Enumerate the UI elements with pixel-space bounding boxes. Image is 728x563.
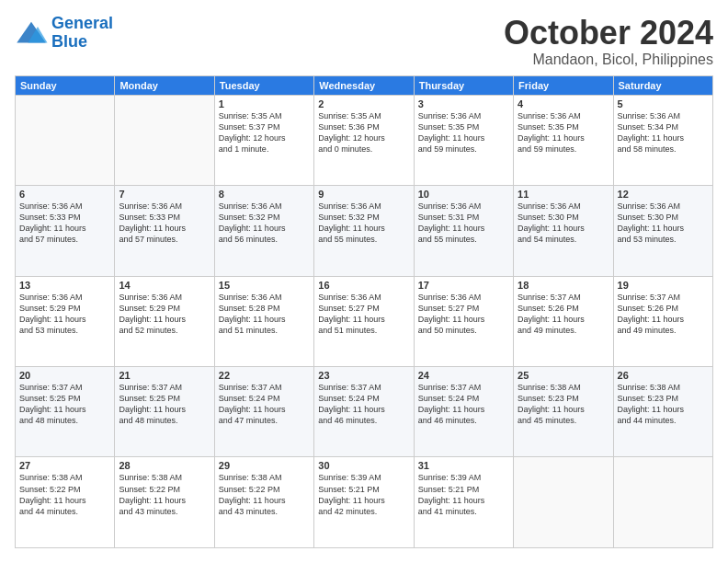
day-detail: Sunrise: 5:37 AM Sunset: 5:26 PM Dayligh… (618, 292, 709, 337)
day-number: 20 (19, 370, 110, 381)
day-number: 9 (318, 189, 409, 200)
calendar-cell: 23Sunrise: 5:37 AM Sunset: 5:24 PM Dayli… (314, 367, 414, 457)
title-block: October 2024 Mandaon, Bicol, Philippines (504, 15, 713, 68)
day-number: 16 (318, 280, 409, 291)
day-number: 7 (119, 189, 210, 200)
day-detail: Sunrise: 5:36 AM Sunset: 5:35 PM Dayligh… (418, 110, 509, 155)
day-detail: Sunrise: 5:36 AM Sunset: 5:34 PM Dayligh… (618, 110, 709, 155)
day-number: 30 (318, 460, 409, 471)
calendar-week-row: 1Sunrise: 5:35 AM Sunset: 5:37 PM Daylig… (16, 95, 713, 185)
day-number: 27 (19, 460, 110, 471)
day-number: 6 (19, 189, 110, 200)
day-detail: Sunrise: 5:39 AM Sunset: 5:21 PM Dayligh… (418, 472, 509, 517)
calendar-week-row: 6Sunrise: 5:36 AM Sunset: 5:33 PM Daylig… (16, 186, 713, 276)
day-header-friday: Friday (514, 75, 613, 95)
day-number: 31 (418, 460, 509, 471)
header: General Blue October 2024 Mandaon, Bicol… (15, 15, 713, 68)
day-number: 3 (418, 98, 509, 109)
day-detail: Sunrise: 5:35 AM Sunset: 5:36 PM Dayligh… (318, 110, 409, 155)
day-number: 24 (418, 370, 509, 381)
calendar-cell: 22Sunrise: 5:37 AM Sunset: 5:24 PM Dayli… (214, 367, 313, 457)
logo: General Blue (15, 15, 113, 52)
day-number: 22 (219, 370, 310, 381)
calendar-cell: 20Sunrise: 5:37 AM Sunset: 5:25 PM Dayli… (16, 367, 115, 457)
day-number: 2 (318, 98, 409, 109)
calendar-cell: 2Sunrise: 5:35 AM Sunset: 5:36 PM Daylig… (314, 95, 414, 185)
calendar-week-row: 27Sunrise: 5:38 AM Sunset: 5:22 PM Dayli… (16, 457, 713, 548)
day-detail: Sunrise: 5:36 AM Sunset: 5:30 PM Dayligh… (518, 201, 609, 246)
calendar-cell: 26Sunrise: 5:38 AM Sunset: 5:23 PM Dayli… (613, 367, 712, 457)
day-detail: Sunrise: 5:36 AM Sunset: 5:29 PM Dayligh… (19, 292, 110, 337)
calendar-cell: 18Sunrise: 5:37 AM Sunset: 5:26 PM Dayli… (514, 276, 613, 366)
day-number: 14 (119, 280, 210, 291)
day-number: 8 (219, 189, 310, 200)
day-detail: Sunrise: 5:36 AM Sunset: 5:35 PM Dayligh… (518, 110, 609, 155)
calendar-cell: 9Sunrise: 5:36 AM Sunset: 5:32 PM Daylig… (314, 186, 414, 276)
calendar-cell: 7Sunrise: 5:36 AM Sunset: 5:33 PM Daylig… (115, 186, 214, 276)
calendar-cell: 8Sunrise: 5:36 AM Sunset: 5:32 PM Daylig… (214, 186, 313, 276)
logo-icon (15, 20, 48, 46)
calendar-cell: 3Sunrise: 5:36 AM Sunset: 5:35 PM Daylig… (414, 95, 513, 185)
day-detail: Sunrise: 5:37 AM Sunset: 5:25 PM Dayligh… (19, 382, 110, 427)
day-number: 18 (518, 280, 609, 291)
calendar-cell: 11Sunrise: 5:36 AM Sunset: 5:30 PM Dayli… (514, 186, 613, 276)
day-number: 12 (618, 189, 709, 200)
calendar-cell: 30Sunrise: 5:39 AM Sunset: 5:21 PM Dayli… (314, 457, 414, 548)
day-detail: Sunrise: 5:36 AM Sunset: 5:32 PM Dayligh… (219, 201, 310, 246)
day-detail: Sunrise: 5:37 AM Sunset: 5:26 PM Dayligh… (518, 292, 609, 337)
day-number: 25 (518, 370, 609, 381)
logo-text: General Blue (51, 15, 113, 52)
calendar-cell: 10Sunrise: 5:36 AM Sunset: 5:31 PM Dayli… (414, 186, 513, 276)
calendar-cell: 31Sunrise: 5:39 AM Sunset: 5:21 PM Dayli… (414, 457, 513, 548)
calendar-week-row: 13Sunrise: 5:36 AM Sunset: 5:29 PM Dayli… (16, 276, 713, 366)
day-detail: Sunrise: 5:36 AM Sunset: 5:33 PM Dayligh… (19, 201, 110, 246)
day-header-monday: Monday (115, 75, 214, 95)
location-title: Mandaon, Bicol, Philippines (504, 52, 713, 68)
day-detail: Sunrise: 5:36 AM Sunset: 5:27 PM Dayligh… (418, 292, 509, 337)
calendar-cell (115, 95, 214, 185)
day-header-tuesday: Tuesday (214, 75, 313, 95)
calendar-cell: 21Sunrise: 5:37 AM Sunset: 5:25 PM Dayli… (115, 367, 214, 457)
calendar-cell: 14Sunrise: 5:36 AM Sunset: 5:29 PM Dayli… (115, 276, 214, 366)
day-header-thursday: Thursday (414, 75, 513, 95)
day-number: 15 (219, 280, 310, 291)
day-detail: Sunrise: 5:37 AM Sunset: 5:24 PM Dayligh… (418, 382, 509, 427)
calendar-cell: 5Sunrise: 5:36 AM Sunset: 5:34 PM Daylig… (613, 95, 712, 185)
calendar-cell: 6Sunrise: 5:36 AM Sunset: 5:33 PM Daylig… (16, 186, 115, 276)
logo-line1: General (51, 14, 113, 32)
day-number: 29 (219, 460, 310, 471)
day-detail: Sunrise: 5:37 AM Sunset: 5:24 PM Dayligh… (318, 382, 409, 427)
day-detail: Sunrise: 5:36 AM Sunset: 5:29 PM Dayligh… (119, 292, 210, 337)
calendar-cell: 29Sunrise: 5:38 AM Sunset: 5:22 PM Dayli… (214, 457, 313, 548)
calendar-cell: 4Sunrise: 5:36 AM Sunset: 5:35 PM Daylig… (514, 95, 613, 185)
day-number: 19 (618, 280, 709, 291)
day-detail: Sunrise: 5:39 AM Sunset: 5:21 PM Dayligh… (318, 472, 409, 517)
day-detail: Sunrise: 5:38 AM Sunset: 5:23 PM Dayligh… (518, 382, 609, 427)
day-header-sunday: Sunday (16, 75, 115, 95)
day-number: 5 (618, 98, 709, 109)
day-number: 4 (518, 98, 609, 109)
calendar-cell (514, 457, 613, 548)
calendar-week-row: 20Sunrise: 5:37 AM Sunset: 5:25 PM Dayli… (16, 367, 713, 457)
day-detail: Sunrise: 5:36 AM Sunset: 5:33 PM Dayligh… (119, 201, 210, 246)
day-detail: Sunrise: 5:38 AM Sunset: 5:22 PM Dayligh… (219, 472, 310, 517)
calendar-table: SundayMondayTuesdayWednesdayThursdayFrid… (15, 75, 713, 548)
day-detail: Sunrise: 5:36 AM Sunset: 5:32 PM Dayligh… (318, 201, 409, 246)
calendar-cell: 1Sunrise: 5:35 AM Sunset: 5:37 PM Daylig… (214, 95, 313, 185)
calendar-cell: 28Sunrise: 5:38 AM Sunset: 5:22 PM Dayli… (115, 457, 214, 548)
day-number: 28 (119, 460, 210, 471)
logo-line2: Blue (51, 32, 87, 51)
day-header-saturday: Saturday (613, 75, 712, 95)
day-number: 13 (19, 280, 110, 291)
calendar-cell: 13Sunrise: 5:36 AM Sunset: 5:29 PM Dayli… (16, 276, 115, 366)
day-number: 21 (119, 370, 210, 381)
calendar-cell: 16Sunrise: 5:36 AM Sunset: 5:27 PM Dayli… (314, 276, 414, 366)
day-detail: Sunrise: 5:36 AM Sunset: 5:27 PM Dayligh… (318, 292, 409, 337)
day-number: 11 (518, 189, 609, 200)
page: General Blue October 2024 Mandaon, Bicol… (0, 0, 728, 563)
day-detail: Sunrise: 5:37 AM Sunset: 5:25 PM Dayligh… (119, 382, 210, 427)
calendar-cell: 17Sunrise: 5:36 AM Sunset: 5:27 PM Dayli… (414, 276, 513, 366)
day-number: 17 (418, 280, 509, 291)
calendar-cell: 15Sunrise: 5:36 AM Sunset: 5:28 PM Dayli… (214, 276, 313, 366)
calendar-cell: 25Sunrise: 5:38 AM Sunset: 5:23 PM Dayli… (514, 367, 613, 457)
